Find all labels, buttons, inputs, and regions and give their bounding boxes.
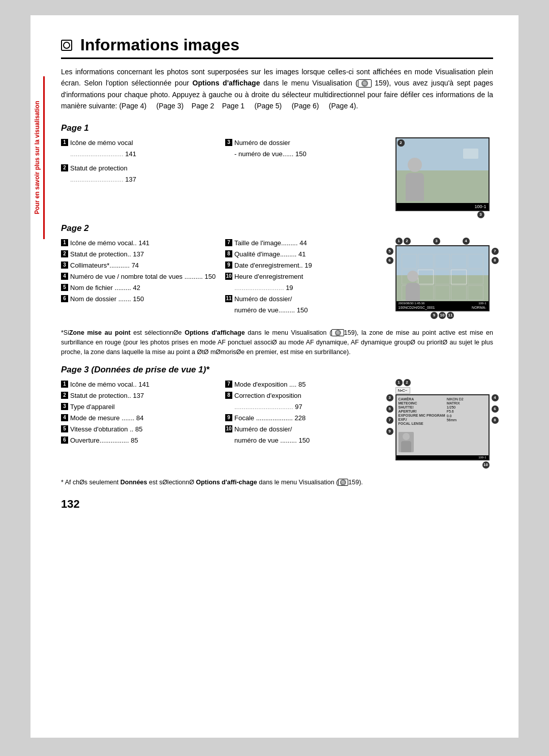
list-item: 1Icône de mémo vocal.. 141 [61,238,217,249]
list-item: 4Numéro de vue / nombre total de vues ..… [61,271,217,282]
page3-image: 1 2 N•C− CAMÊRA [391,379,493,469]
page1-col2: 3 Numéro de dossier- numéro de vue......… [225,137,381,185]
list-item: 9Focale .................... 228 [225,413,381,424]
page1-lists: 1 Icône de mémo vocal...................… [61,137,381,211]
page2-footnote: *SiZone mise au point est sélectionnØe O… [61,328,493,358]
intro-paragraph: Les informations concernant les photos s… [61,66,493,112]
camera-mockup-1: 1 2 100-1 3 [395,137,490,211]
page3-col2: 7Mode d'exposition .... 85 8Correction d… [225,379,381,447]
list-item: 2Statut de protection.. 137 [61,390,217,401]
page1-title: Page 1 [61,123,493,133]
list-item: 11Numéro de dossier/numéro de vue.......… [225,294,381,316]
page2-col2: 7Taille de l'image......... 44 8Qualité … [225,238,381,316]
list-item: 9Date d'enregistrement.. 19 [225,260,381,271]
page3-col1: 1Icône de mémo vocal.. 141 2Statut de pr… [61,379,217,447]
page3-footnote: * Af chØs seulement Données est sØlectio… [61,478,493,487]
list-item: 7Taille de l'image......... 44 [225,238,381,249]
list-item: 3 Numéro de dossier- numéro de vue......… [225,137,381,160]
list-item: 2 Statut de protection..................… [61,163,217,185]
page-title: Informations images [61,36,493,59]
list-item: 10Numéro de dossier/numéro de vue ......… [225,424,381,446]
list-item: 8Correction d'exposition................… [225,390,381,413]
page2-image: 1 2 3 4 [391,238,493,319]
page1-image: 1 2 100-1 3 [391,137,493,211]
page1-section: Page 1 1 Icône de mémo vocal............… [61,123,493,211]
page3-lists: 1Icône de mémo vocal.. 141 2Statut de pr… [61,379,381,469]
page2-col1: 1Icône de mémo vocal.. 141 2Statut de pr… [61,238,217,316]
list-item: 5Vitesse d'obturation .. 85 [61,424,217,435]
list-item: 1Icône de mémo vocal.. 141 [61,379,217,390]
page3-section: Page 3 (Données de prise de vue 1)* 1Icô… [61,365,493,469]
list-item: 10Heure d'enregistrement................… [225,271,381,294]
sidebar-label: Pour en savoir plus sur la visualisation [30,76,45,239]
page3-content: 1Icône de mémo vocal.. 141 2Statut de pr… [61,379,493,469]
page2-lists: 1Icône de mémo vocal.. 141 2Statut de pr… [61,238,381,319]
camera-mockup-2: 1 2 3 4 [395,238,490,319]
page2-title: Page 2 [61,223,493,234]
page-wrapper: Pour en savoir plus sur la visualisation… [30,15,518,738]
list-item: 4Mode de mesure ....... 84 [61,413,217,424]
page1-col1: 1 Icône de mémo vocal...................… [61,137,217,185]
page3-title: Page 3 (Données de prise de vue 1)* [61,365,493,375]
list-item: 7Mode d'exposition .... 85 [225,379,381,390]
list-item: 8Qualité d'image......... 41 [225,249,381,260]
list-item: 2Statut de protection.. 137 [61,249,217,260]
list-item: 6Nom de dossier ....... 150 [61,294,217,305]
page2-section: Page 2 1Icône de mémo vocal.. 141 2Statu… [61,223,493,319]
camera-mockup-3: 1 2 N•C− CAMÊRA [395,379,490,469]
page-number: 132 [61,498,493,511]
camera-icon [61,40,72,51]
list-item: 5Nom de fichier ......... 42 [61,282,217,294]
list-item: 1 Icône de mémo vocal...................… [61,137,217,160]
list-item: 3Collimateurs*........... 74 [61,260,217,271]
page1-content: 1 Icône de mémo vocal...................… [61,137,493,211]
list-item: 6Ouverture................ 85 [61,435,217,446]
page2-content: 1Icône de mémo vocal.. 141 2Statut de pr… [61,238,493,319]
list-item: 3Type d'appareil [61,401,217,413]
